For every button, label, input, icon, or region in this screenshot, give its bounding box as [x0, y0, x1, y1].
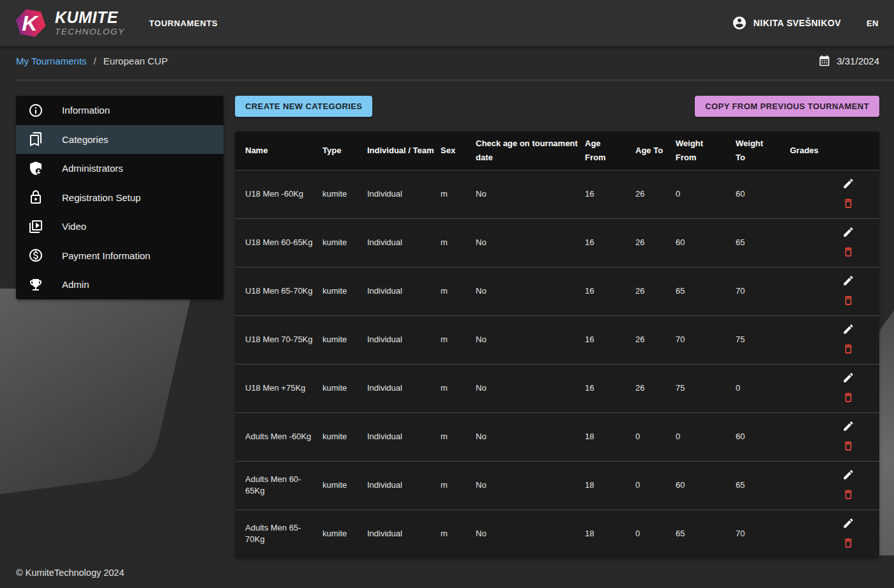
- cell-age-from: 16: [585, 170, 635, 218]
- cell-individual-team: Individual: [367, 412, 441, 461]
- delete-icon: [842, 343, 854, 357]
- cell-sex: m: [441, 461, 476, 509]
- cell-type: kumite: [322, 509, 367, 558]
- cell-actions: [841, 509, 879, 558]
- language-selector[interactable]: EN: [867, 19, 879, 28]
- delete-category-button[interactable]: [842, 488, 855, 503]
- sidebar-item-video[interactable]: Video: [16, 212, 224, 241]
- cell-actions: [841, 218, 879, 267]
- breadcrumb-separator: /: [94, 56, 96, 66]
- column-header-type: Type: [322, 132, 367, 170]
- brand-name: KUMITE: [55, 10, 125, 26]
- sidebar-item-label: Categories: [62, 134, 109, 145]
- cell-sex: m: [441, 170, 476, 218]
- nav-item-tournaments[interactable]: TOURNAMENTS: [149, 19, 218, 28]
- sidebar-item-information[interactable]: Information: [16, 96, 224, 125]
- table-row: U18 Men 60-65KgkumiteIndividualmNo162660…: [235, 218, 879, 267]
- edit-category-button[interactable]: [842, 274, 855, 289]
- cell-weight-from: 65: [676, 267, 736, 315]
- cell-check-age: No: [476, 170, 585, 218]
- delete-category-button[interactable]: [842, 294, 855, 309]
- cell-weight-from: 0: [676, 412, 736, 461]
- cell-sex: m: [441, 267, 476, 315]
- cell-weight-from: 70: [676, 315, 736, 364]
- cell-check-age: No: [476, 509, 585, 558]
- delete-category-button[interactable]: [842, 536, 855, 552]
- delete-icon: [842, 488, 854, 502]
- sidebar-item-categories[interactable]: Categories: [16, 125, 224, 155]
- column-header-individual-team: Individual / Team: [367, 132, 441, 170]
- tournament-date-value: 3/31/2024: [837, 56, 879, 66]
- footer: © KumiteTechnology 2024: [16, 568, 124, 578]
- edit-icon: [842, 372, 854, 386]
- cell-actions: [841, 364, 879, 412]
- delete-category-button[interactable]: [842, 342, 855, 358]
- sidebar-item-payment-information[interactable]: Payment Information: [16, 241, 224, 271]
- cell-name: Adults Men -60Kg: [235, 412, 322, 461]
- cell-grades: [790, 509, 841, 558]
- copy-from-previous-tournament-button[interactable]: COPY FROM PREVIOUS TOURNAMENT: [695, 96, 879, 117]
- edit-category-button[interactable]: [842, 371, 855, 386]
- column-header-actions: [841, 132, 879, 170]
- delete-category-button[interactable]: [842, 439, 855, 455]
- edit-category-button[interactable]: [842, 516, 855, 532]
- sidebar-item-label: Administrators: [62, 163, 123, 174]
- column-header-age-from: Age From: [585, 132, 635, 170]
- edit-category-button[interactable]: [842, 177, 855, 192]
- sidebar-item-admin[interactable]: Admin: [16, 270, 224, 299]
- cell-weight-to: 60: [736, 170, 790, 218]
- user-menu[interactable]: NIKITA SVEŠNIKOV: [732, 15, 841, 31]
- brand-logo[interactable]: K KUMITE TECHNOLOGY: [15, 6, 125, 40]
- cell-grades: [790, 170, 841, 218]
- breadcrumb-link-my-tournaments[interactable]: My Tournaments: [16, 56, 87, 66]
- edit-category-button[interactable]: [842, 225, 855, 241]
- sidebar-item-label: Video: [62, 221, 86, 232]
- cell-grades: [790, 218, 841, 267]
- breadcrumb: My Tournaments / European CUP: [16, 56, 168, 66]
- cell-weight-to: 65: [736, 218, 790, 267]
- sidebar-item-administrators[interactable]: Administrators: [16, 154, 224, 183]
- edit-category-button[interactable]: [842, 468, 855, 483]
- brand-hexagon-icon: K: [15, 6, 46, 40]
- sidebar-item-label: Payment Information: [62, 250, 150, 261]
- main-content: CREATE NEW CATEGORIES COPY FROM PREVIOUS…: [235, 96, 879, 558]
- cell-check-age: No: [476, 461, 585, 509]
- edit-category-button[interactable]: [842, 419, 855, 435]
- cell-weight-to: 70: [736, 267, 790, 315]
- trophy-icon: [28, 277, 43, 292]
- table-row: U18 Men +75KgkumiteIndividualmNo1626750: [235, 364, 879, 412]
- user-name: NIKITA SVEŠNIKOV: [754, 18, 841, 28]
- brand-letter: K: [15, 6, 46, 40]
- cell-weight-from: 60: [676, 461, 736, 509]
- create-new-categories-button[interactable]: CREATE NEW CATEGORIES: [235, 96, 372, 117]
- cell-individual-team: Individual: [367, 364, 441, 412]
- delete-category-button[interactable]: [842, 197, 855, 212]
- info-icon: [28, 103, 43, 118]
- delete-icon: [842, 294, 854, 308]
- cell-type: kumite: [322, 218, 367, 267]
- cell-name: Adults Men 65-70Kg: [235, 509, 322, 558]
- cell-actions: [841, 267, 879, 315]
- header-divider: [16, 80, 894, 80]
- table-row: U18 Men 70-75KgkumiteIndividualmNo162670…: [235, 315, 879, 364]
- delete-category-button[interactable]: [842, 391, 855, 406]
- sidebar-item-registration-setup[interactable]: Registration Setup: [16, 183, 224, 213]
- delete-category-button[interactable]: [842, 245, 855, 260]
- cell-actions: [841, 412, 879, 461]
- cell-age-to: 26: [635, 170, 676, 218]
- cell-weight-to: 65: [736, 461, 790, 509]
- calendar-icon: [818, 54, 831, 67]
- cell-grades: [790, 267, 841, 315]
- cell-actions: [841, 315, 879, 364]
- table-row: U18 Men 65-70KgkumiteIndividualmNo162665…: [235, 267, 879, 315]
- cell-weight-from: 60: [676, 218, 736, 267]
- categories-table-card: NameTypeIndividual / TeamSexCheck age on…: [235, 132, 879, 558]
- sidebar-item-label: Information: [62, 105, 110, 116]
- edit-category-button[interactable]: [842, 322, 855, 338]
- cell-check-age: No: [476, 267, 585, 315]
- delete-icon: [842, 537, 854, 551]
- lock-icon: [28, 190, 43, 205]
- cell-type: kumite: [322, 412, 367, 461]
- delete-icon: [842, 246, 854, 260]
- edit-icon: [842, 323, 854, 337]
